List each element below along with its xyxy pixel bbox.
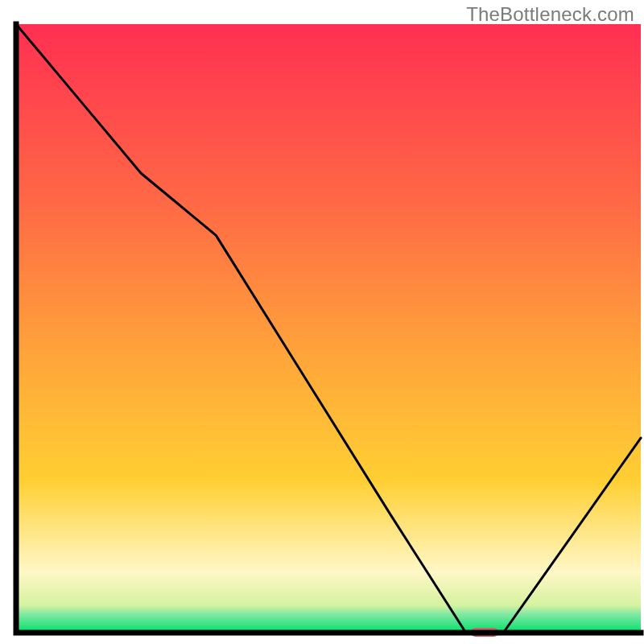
svg-rect-0	[16, 24, 641, 633]
site-watermark: TheBottleneck.com	[466, 3, 634, 26]
chart-frame: TheBottleneck.com	[0, 0, 644, 644]
bottleneck-chart-svg	[0, 0, 644, 644]
